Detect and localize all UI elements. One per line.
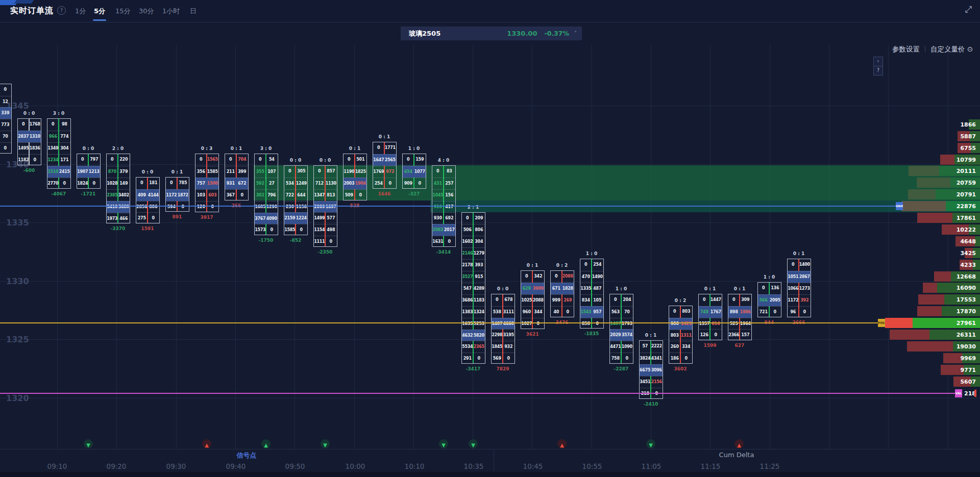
arrow-down-icon: ▼ [442,442,446,448]
footprint-row: 9001423 [669,318,692,330]
bid-volume: 186 [669,353,681,364]
ask-volume: 678 [503,294,514,306]
chevron-down-icon: ˅ [574,31,577,36]
footprint-row: 211399 [225,166,248,178]
footprint-row: 1845932 [492,341,514,353]
params-settings-button[interactable]: 参数设置 [892,45,920,53]
ask-volume: 339 [0,108,11,119]
cum-delta-pane-label: Cum Delta [719,451,754,459]
tab-15分[interactable]: 15分 [115,7,131,16]
footprint-row: 400 [551,306,574,318]
ask-volume: 1130 [325,178,337,189]
ask-volume: 2222 [651,341,663,353]
profile-value: 17861 [957,215,976,221]
footprint-row: 8981986 [728,306,751,318]
ask-volume: 1872 [177,190,189,201]
profile-sell-bar [917,178,950,188]
footprint-row: 2856806 [136,201,159,213]
footprint-row: 1154498 [314,224,337,236]
delta-value: 627 [722,343,757,348]
signal-pane-label[interactable]: 信号点 [237,451,257,460]
ask-volume: 2867 [799,271,811,283]
custom-volume-price-button[interactable]: 自定义量价 [930,45,965,53]
bid-volume: 712 [314,178,326,189]
ask-volume: 12 [0,96,11,108]
imbalance-ratio: 0 : 1 [366,134,402,139]
tab-日[interactable]: 日 [190,7,197,16]
delta-value: -2287 [603,366,639,371]
bid-volume: 1845 [492,341,503,353]
footprint-row: 722644 [284,189,307,201]
signal-down-arrow[interactable]: ▼ [439,439,448,448]
bid-volume: 1647 [373,155,385,166]
bid-volume: 0 [669,306,681,318]
footprint-candle: 017682837131014951836118200 : 0-600 [17,118,41,165]
footprint-candle: 0220870379102814923853402541036801973466… [106,154,130,223]
profile-value: 16090 [957,285,976,291]
profile-sell-bar [943,353,962,363]
profile-value: 10799 [957,156,976,163]
footprint-row: 20031904 [344,178,366,189]
ask-volume: 1828 [562,283,574,294]
tab-5分[interactable]: 5分 [94,7,105,16]
footprint-row: 0342 [521,271,544,283]
signal-up-arrow[interactable]: ▲ [734,439,744,448]
tab-1小时[interactable]: 1小时 [162,7,180,16]
bid-volume: 5534 [462,341,474,353]
signal-up-arrow[interactable]: ▲ [202,439,211,448]
bid-volume: 1543 [580,307,592,318]
bid-volume: 547 [462,283,474,294]
signal-up-arrow[interactable]: ▲ [261,439,271,448]
signal-down-arrow[interactable]: ▼ [84,439,93,448]
profile-value: 20759 [957,180,976,186]
bid-volume: 722 [284,190,296,201]
imbalance-ratio: 0 : 1 [337,146,373,151]
footprint-row: 098 [47,119,70,131]
footprint-row: 931672 [225,178,248,189]
ask-volume: 2156 [651,376,663,388]
ask-volume: 392 [799,295,811,306]
tab-1分[interactable]: 1分 [75,7,86,16]
imbalance-ratio: 4 : 0 [426,158,461,163]
ask-volume: 0 [0,84,11,96]
contract-selector[interactable]: 玻璃2505 1330.00 -0.37% ˅ [401,27,582,40]
signal-up-arrow[interactable]: ▲ [557,439,567,448]
bid-volume: 834 [580,295,592,306]
signal-down-arrow[interactable]: ▼ [469,439,478,448]
footprint-row: 1347813 [314,189,337,201]
panel-expand-button[interactable]: › [873,57,883,66]
footprint-row: 0501 [344,154,366,166]
collapse-icon[interactable]: ⤢ [965,4,972,14]
bid-volume: 1172 [166,190,178,201]
footprint-row: 5940 [166,201,189,213]
footprint-row: 0181 [136,178,159,189]
bid-volume: 2029 [610,330,622,341]
footprint-row: 14951836 [18,142,41,154]
ask-volume: 0 [296,224,307,236]
signal-down-arrow[interactable]: ▼ [321,439,330,448]
footprint-row: 0704 [225,154,248,166]
time-label: 09:10 [47,462,67,470]
footprint-row: 5090 [344,189,366,201]
ask-volume: 803 [680,306,692,318]
help-icon[interactable]: ? [57,6,66,15]
arrow-down-icon: ▼ [86,442,90,448]
profile-value: 5607 [960,378,976,385]
bid-volume: 803 [669,330,681,341]
footprint-row: 0678 [492,294,514,306]
footprint-row: 1349304 [47,142,70,154]
profile-value: 19030 [957,343,976,349]
profile-value: 17870 [957,308,976,315]
footprint-row: 1045156 [432,189,455,201]
bid-volume: 254 [373,178,385,189]
signal-down-arrow[interactable]: ▼ [646,439,655,448]
grid-hline [0,106,980,106]
panel-help-button[interactable]: ? [873,66,883,76]
tab-30分[interactable]: 30分 [139,7,154,16]
ask-volume: 785 [177,178,189,189]
custom-volume-price-icon[interactable]: ⊙ [967,45,973,53]
ask-volume: 4090 [266,213,278,224]
footprint-row: 01771 [373,142,396,154]
ask-volume: 1213 [88,166,100,178]
delta-value: -852 [278,238,313,243]
